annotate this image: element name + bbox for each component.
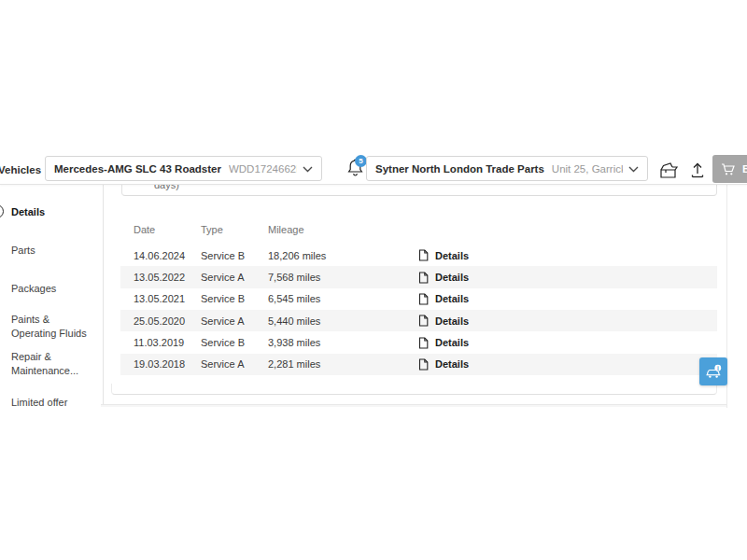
- vehicle-selector[interactable]: Mercedes-AMG SLC 43 Roadster WDD1724662F…: [45, 156, 322, 181]
- dealer-address: Unit 25, Garrick Indus...: [552, 163, 623, 175]
- details-label: Details: [435, 358, 469, 370]
- upload-button[interactable]: [686, 159, 709, 181]
- sidebar-item[interactable]: Packages: [11, 282, 97, 296]
- details-section-icon: [0, 204, 4, 218]
- column-header: Date: [134, 224, 155, 235]
- app-window: days) Details Parts Packages Paints & Op…: [0, 0, 747, 560]
- cell-type: Service A: [201, 358, 244, 370]
- details-button[interactable]: Details: [418, 310, 469, 331]
- cell-mileage: 18,206 miles: [268, 250, 326, 261]
- sidebar-item[interactable]: Repair & Maintenance...: [11, 350, 97, 378]
- service-history-table: 14.06.2024 Service B 18,206 miles Detail…: [120, 245, 717, 375]
- sidebar-item-label: Parts: [11, 245, 35, 256]
- table-row: 13.05.2022 Service A 7,568 miles Details: [120, 266, 717, 287]
- table-card-bottom-border: [111, 384, 717, 395]
- cell-mileage: 3,938 miles: [268, 337, 320, 348]
- document-icon: [418, 249, 429, 261]
- column-header: Type: [201, 224, 223, 235]
- vehicle-info-fab[interactable]: i: [699, 357, 727, 385]
- dealer-selector[interactable]: Sytner North London Trade Parts Unit 25,…: [366, 156, 648, 181]
- cell-date: 11.03.2019: [134, 337, 184, 348]
- cell-type: Service A: [201, 272, 244, 283]
- document-icon: [418, 293, 429, 305]
- cell-type: Service B: [201, 293, 245, 304]
- cell-date: 25.05.2020: [134, 315, 185, 327]
- details-button[interactable]: Details: [418, 288, 469, 310]
- sidebar-item[interactable]: Paints & Operating Fluids: [11, 313, 97, 341]
- vehicle-vin: WDD1724662F136272: [229, 163, 297, 175]
- details-label: Details: [435, 272, 469, 283]
- column-header: Mileage: [268, 224, 304, 235]
- cell-mileage: 7,568 miles: [268, 272, 320, 283]
- cell-date: 13.05.2021: [134, 293, 185, 304]
- scrolled-card-bottom: days): [121, 184, 717, 196]
- top-bar: Vehicles Mercedes-AMG SLC 43 Roadster WD…: [0, 154, 747, 185]
- sidebar-item-label: Repair & Maintenance...: [11, 351, 78, 376]
- table-row: 11.03.2019 Service B 3,938 miles Details: [120, 331, 717, 353]
- cell-mileage: 2,281 miles: [268, 358, 320, 370]
- cell-date: 13.05.2022: [134, 272, 185, 283]
- cell-type: Service A: [201, 315, 244, 327]
- table-row: 14.06.2024 Service B 18,206 miles Detail…: [120, 245, 717, 266]
- cell-date: 19.03.2018: [134, 358, 185, 370]
- chevron-down-icon: [303, 166, 313, 173]
- orders-button[interactable]: [656, 159, 679, 181]
- table-row: 19.03.2018 Service A 2,281 miles Details: [120, 354, 717, 375]
- dealer-name: Sytner North London Trade Parts: [375, 163, 544, 175]
- details-label: Details: [435, 250, 469, 261]
- details-button[interactable]: Details: [418, 266, 469, 287]
- vehicle-name: Mercedes-AMG SLC 43 Roadster: [54, 163, 221, 175]
- cell-type: Service B: [201, 250, 245, 261]
- cell-date: 14.06.2024: [134, 250, 185, 261]
- upload-icon: [688, 161, 707, 180]
- details-label: Details: [435, 315, 469, 327]
- vehicles-label: Vehicles: [0, 164, 41, 175]
- details-label: Details: [435, 337, 469, 348]
- document-icon: [418, 315, 429, 327]
- document-icon: [418, 272, 429, 284]
- cell-type: Service B: [201, 337, 245, 348]
- details-label: Details: [435, 293, 469, 304]
- car-info-icon: i: [704, 362, 724, 381]
- sidebar-item-label: Paints & Operating Fluids: [11, 314, 87, 339]
- panel-bottom-shadow: [101, 405, 726, 407]
- details-button[interactable]: Details: [418, 354, 469, 375]
- sidebar-item[interactable]: Parts: [11, 244, 97, 258]
- sidebar-item-label: Limited offer: [11, 397, 67, 408]
- sidebar-item-label: Packages: [11, 283, 56, 294]
- clipped-text: days): [154, 184, 179, 190]
- basket-button[interactable]: B: [712, 155, 747, 183]
- basket-label: B: [742, 163, 747, 175]
- document-icon: [418, 358, 429, 371]
- sidebar-item[interactable]: Limited offer: [11, 396, 97, 410]
- cart-icon: [721, 162, 736, 176]
- sidebar-item-label: Details: [11, 206, 45, 217]
- sidebar-divider: [103, 184, 104, 404]
- cell-mileage: 5,440 miles: [268, 315, 320, 327]
- details-button[interactable]: Details: [418, 245, 469, 266]
- chevron-down-icon: [628, 166, 639, 173]
- cell-mileage: 6,545 miles: [268, 293, 320, 304]
- table-row: 13.05.2021 Service B 6,545 miles Details: [120, 288, 717, 310]
- document-icon: [418, 337, 429, 349]
- parcel-icon: [657, 161, 679, 180]
- table-row: 25.05.2020 Service A 5,440 miles Details: [120, 310, 717, 331]
- sidebar-item[interactable]: Details: [11, 205, 97, 219]
- table-header: Date Type Mileage: [120, 224, 717, 237]
- svg-text:i: i: [716, 365, 718, 371]
- details-button[interactable]: Details: [418, 331, 469, 353]
